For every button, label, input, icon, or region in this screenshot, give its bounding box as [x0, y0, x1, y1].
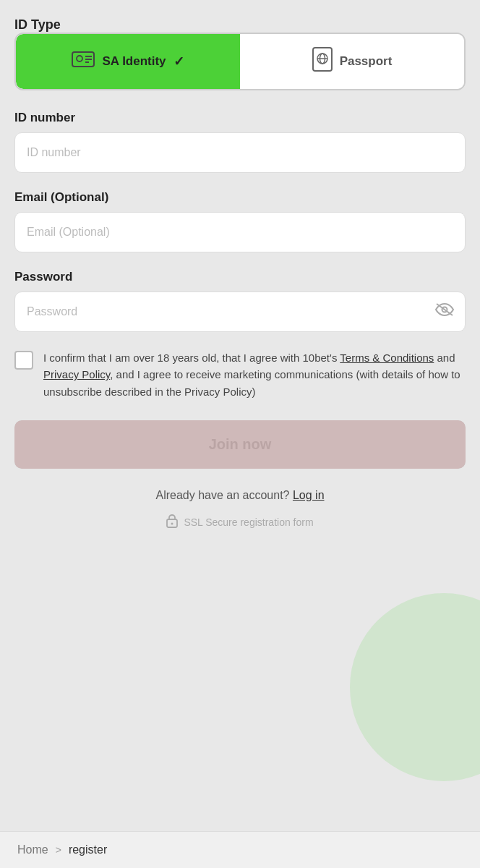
breadcrumb-separator: > — [56, 844, 61, 856]
join-now-button[interactable]: Join now — [14, 420, 466, 469]
ssl-text: SSL Secure registration form — [184, 516, 313, 528]
terms-row: I confirm that I am over 18 years old, t… — [14, 349, 466, 400]
id-card-icon — [72, 51, 95, 72]
login-prompt-text: Already have an account? — [155, 489, 289, 501]
password-group: Password — [14, 270, 466, 332]
breadcrumb-current: register — [69, 843, 107, 856]
passport-label: Passport — [340, 54, 393, 69]
svg-point-1 — [77, 56, 82, 61]
sa-identity-label: SA Identity — [102, 54, 166, 69]
svg-rect-5 — [313, 48, 332, 71]
lock-icon — [166, 514, 178, 531]
terms-text-before: I confirm that I am over 18 years old, t… — [43, 352, 340, 364]
login-link[interactable]: Log in — [293, 489, 325, 501]
id-type-label: ID Type — [14, 17, 61, 32]
svg-point-12 — [171, 522, 173, 524]
check-icon: ✓ — [173, 54, 184, 69]
terms-checkbox[interactable] — [14, 351, 33, 370]
passport-icon — [312, 47, 333, 76]
privacy-policy-link[interactable]: Privacy Policy — [43, 368, 110, 380]
id-number-label: ID number — [14, 111, 466, 125]
decorative-circle — [350, 593, 480, 781]
sa-identity-option[interactable]: SA Identity ✓ — [16, 34, 240, 89]
email-label: Email (Optional) — [14, 190, 466, 205]
password-label: Password — [14, 270, 466, 284]
passport-option[interactable]: Passport — [240, 34, 464, 89]
email-group: Email (Optional) — [14, 190, 466, 252]
ssl-row: SSL Secure registration form — [14, 514, 466, 531]
id-type-toggle: SA Identity ✓ Passport — [14, 33, 466, 90]
password-input[interactable] — [14, 292, 466, 332]
password-wrapper — [14, 292, 466, 332]
id-number-group: ID number — [14, 111, 466, 173]
terms-text-between: and — [434, 352, 455, 364]
terms-text: I confirm that I am over 18 years old, t… — [43, 349, 466, 400]
breadcrumb-home[interactable]: Home — [17, 843, 48, 856]
terms-conditions-link[interactable]: Terms & Conditions — [340, 352, 434, 364]
toggle-password-icon[interactable] — [435, 302, 454, 321]
email-input[interactable] — [14, 212, 466, 252]
breadcrumb-bar: Home > register — [0, 831, 480, 868]
login-row: Already have an account? Log in — [14, 489, 466, 502]
join-now-label: Join now — [209, 436, 272, 452]
id-number-input[interactable] — [14, 132, 466, 173]
